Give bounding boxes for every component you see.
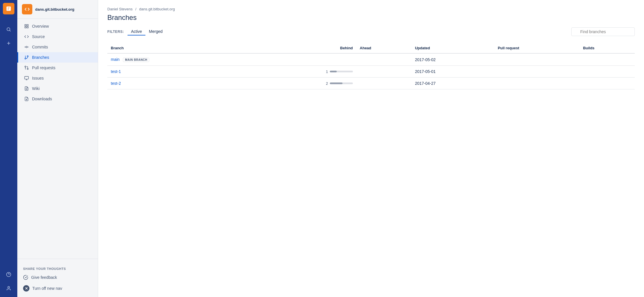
filter-active-button[interactable]: Active [128,28,145,35]
ahead-cell-main [356,53,411,66]
behind-cell-main [244,53,356,66]
branches-table: Branch Behind Ahead Updated Pull request… [107,43,635,89]
branch-link-test1[interactable]: test-1 [111,69,121,74]
builds-cell-main [580,53,635,66]
branch-cell-test1: test-1 [107,66,244,78]
search-box-wrap [571,27,635,36]
svg-point-18 [25,66,26,67]
create-icon[interactable] [3,37,14,49]
svg-point-6 [8,286,10,288]
turn-off-nav-button[interactable]: ✕ Turn off new nav [17,283,98,294]
help-icon[interactable] [3,269,14,280]
behind-num-test2: 2 [322,81,328,86]
builds-cell-test1 [580,66,635,78]
branch-cell-main: main MAIN BRANCH [107,53,244,66]
svg-rect-9 [27,27,28,28]
behind-bar-test1 [330,71,353,72]
ahead-cell-test2 [356,78,411,89]
svg-point-11 [26,46,27,48]
svg-point-15 [27,56,28,57]
main-content: Daniel Stevens / dans.git.bitbucket.org … [98,0,644,297]
table-body: main MAIN BRANCH 2017-05-02 test-1 1 [107,53,635,89]
svg-rect-20 [25,76,28,79]
pr-cell-main [494,53,579,66]
sidebar-item-commits[interactable]: Commits [17,42,98,52]
bitbucket-logo[interactable] [3,3,14,14]
breadcrumb: Daniel Stevens / dans.git.bitbucket.org [107,7,635,11]
sidebar-bottom: SHARE YOUR THOUGHTS Give feedback ✕ Turn… [17,259,98,297]
code-icon [24,34,29,39]
svg-line-1 [10,30,10,31]
sidebar-item-wiki-label: Wiki [32,86,40,91]
sidebar-item-downloads-label: Downloads [32,97,52,101]
sidebar-item-commits-label: Commits [32,45,48,49]
find-branches-input[interactable] [571,27,635,36]
filter-merged-button[interactable]: Merged [145,28,166,35]
search-wrap [571,27,635,36]
pr-cell-test1 [494,66,579,78]
sidebar-item-branches[interactable]: Branches [17,52,98,63]
sidebar-item-issues[interactable]: Issues [17,73,98,83]
page-title: Branches [107,14,635,22]
search-icon[interactable] [3,24,14,35]
updated-cell-main: 2017-05-02 [411,53,494,66]
breadcrumb-repo[interactable]: dans.git.bitbucket.org [139,7,175,11]
sidebar-item-pull-requests[interactable]: Pull requests [17,63,98,73]
col-branch: Branch [107,43,244,53]
sidebar-item-pull-requests-label: Pull requests [32,65,55,70]
repo-header: dans.git.bitbucket.org [17,0,98,19]
behind-bar-test2 [330,82,353,84]
svg-point-16 [25,58,26,59]
svg-rect-10 [25,27,26,28]
sidebar: dans.git.bitbucket.org Overview Source [17,0,98,297]
col-behind: Behind [244,43,356,53]
grid-icon [24,24,29,29]
filters-row: FILTERS: Active Merged [107,27,635,36]
turn-off-icon: ✕ [23,285,29,292]
sidebar-item-downloads[interactable]: Downloads [17,94,98,104]
repo-name: dans.git.bitbucket.org [35,7,74,12]
sidebar-item-source[interactable]: Source [17,31,98,42]
col-ahead: Ahead [356,43,411,53]
share-thoughts-label: SHARE YOUR THOUGHTS [17,262,98,272]
behind-num-test1: 1 [322,69,328,74]
sidebar-item-branches-label: Branches [32,55,49,60]
branch-icon [24,55,29,60]
sidebar-item-overview[interactable]: Overview [17,21,98,31]
behind-bar-fill-test2 [330,82,342,84]
behind-bar-fill-test1 [330,71,337,72]
updated-cell-test1: 2017-05-01 [411,66,494,78]
col-builds: Builds [580,43,635,53]
user-icon[interactable] [3,283,14,294]
pr-cell-test2 [494,78,579,89]
issues-icon [24,76,29,81]
branch-link-main[interactable]: main [111,57,119,62]
breadcrumb-user[interactable]: Daniel Stevens [107,7,132,11]
behind-cell-test2: 2 [244,78,356,89]
give-feedback-button[interactable]: Give feedback [17,272,98,283]
table-header: Branch Behind Ahead Updated Pull request… [107,43,635,53]
nav-list: Overview Source Commits [17,19,98,106]
downloads-icon [24,96,29,101]
svg-rect-8 [27,25,28,26]
repo-icon [22,4,32,14]
branch-cell-test2: test-2 [107,78,244,89]
sidebar-item-wiki[interactable]: Wiki [17,83,98,94]
sidebar-item-source-label: Source [32,34,45,39]
behind-cell-test1: 1 [244,66,356,78]
svg-point-0 [7,28,10,31]
give-feedback-label: Give feedback [31,275,57,280]
main-branch-badge: MAIN BRANCH [123,58,149,62]
col-updated: Updated [411,43,494,53]
turn-off-nav-label: Turn off new nav [32,286,62,291]
table-row: main MAIN BRANCH 2017-05-02 [107,53,635,66]
commit-icon [24,44,29,50]
col-pull-request: Pull request [494,43,579,53]
filters-label: FILTERS: [107,30,124,34]
svg-point-17 [27,68,28,69]
sidebar-item-issues-label: Issues [32,76,44,80]
branch-link-test2[interactable]: test-2 [111,81,121,86]
updated-cell-test2: 2017-04-27 [411,78,494,89]
table-row: test-1 1 2017-05-01 [107,66,635,78]
feedback-icon [23,275,28,280]
